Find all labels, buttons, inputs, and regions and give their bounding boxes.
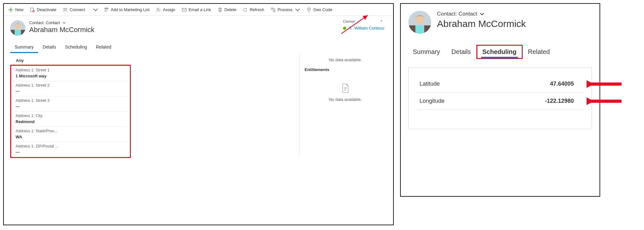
tab-list-right: Summary Details Scheduling Related (401, 45, 600, 59)
field-zip[interactable]: Address 1: ZIP/Postal ... --- (11, 142, 130, 157)
field-value: -122.12980 (545, 98, 574, 104)
tab-list-left: Summary Details Scheduling Related (4, 42, 393, 53)
entity-type-selector[interactable]: Contact: Contact (437, 11, 526, 17)
tab-related[interactable]: Related (522, 45, 556, 59)
field-street1[interactable]: Address 1: Street 1 1 Microsoft way (11, 66, 130, 81)
field-street3[interactable]: Address 1: Street 3 --- (11, 96, 130, 111)
presence-icon (343, 27, 346, 30)
svg-rect-12 (15, 30, 21, 36)
svg-point-8 (308, 9, 310, 10)
deactivate-button[interactable]: Deactivate (27, 4, 59, 16)
svg-rect-0 (30, 8, 33, 12)
field-state[interactable]: Address 1: State/Prov... WA (11, 127, 130, 142)
record-header-right: Contact: Contact Abraham McCormick (401, 4, 600, 36)
chevron-down-icon (480, 12, 484, 16)
field-value: --- (16, 150, 125, 154)
assign-icon (156, 7, 161, 12)
longitude-field[interactable]: Longitude -122.12980 (418, 93, 583, 110)
no-data-top: No data available. (305, 57, 386, 62)
connect-button[interactable]: Connect (59, 4, 88, 16)
record-name: Abraham McCormick (29, 26, 94, 34)
email-a-link-button[interactable]: Email a Link (178, 4, 214, 16)
process-icon (271, 7, 276, 12)
svg-rect-5 (182, 8, 186, 11)
field-value: --- (16, 104, 125, 109)
svg-point-16 (415, 15, 424, 24)
svg-rect-7 (273, 10, 275, 12)
field-label: Address 1: City (16, 114, 125, 118)
entity-type-selector[interactable]: Contact: Contact (29, 20, 94, 25)
refresh-button[interactable]: Refresh (239, 4, 267, 16)
svg-point-3 (65, 8, 67, 10)
divider (89, 7, 89, 13)
field-value: Redmond (16, 119, 125, 124)
svg-point-2 (64, 8, 65, 10)
field-label: Latitude (419, 81, 440, 87)
required-indicator: * (380, 19, 382, 24)
refresh-icon (243, 7, 248, 12)
field-label: Address 1: Street 1 (16, 68, 125, 72)
chevron-down-icon (93, 7, 98, 12)
main-column: Any Address 1: Street 1 1 Microsoft way … (4, 54, 299, 158)
right-panel: Contact: Contact Abraham McCormick Summa… (400, 3, 600, 197)
field-value: --- (16, 89, 125, 94)
command-bar: New Deactivate Connect Add to Marketing … (4, 4, 393, 16)
marketing-list-icon (104, 7, 109, 12)
scheduling-section: Latitude 47.64005 Longitude -122.12980 (408, 68, 592, 129)
connect-icon (63, 7, 68, 12)
owner-label: Owner (343, 19, 355, 24)
record-header: Contact: Contact Abraham McCormick Owner… (4, 16, 393, 38)
latitude-field[interactable]: Latitude 47.64005 (418, 76, 583, 93)
field-value: 1 Microsoft way (16, 74, 125, 78)
section-header-any: Any (10, 56, 299, 65)
field-label: Address 1: Street 2 (16, 83, 125, 88)
email-icon (182, 7, 187, 12)
svg-point-4 (157, 8, 159, 10)
no-data-entitlements: No data available. (305, 97, 386, 102)
geo-code-button[interactable]: Geo Code (303, 4, 335, 16)
side-column: No data available. Entitlements No data … (299, 54, 391, 158)
annotation-arrow (587, 97, 624, 105)
plus-icon (8, 7, 13, 12)
delete-button[interactable]: Delete (214, 4, 240, 16)
connect-more-button[interactable] (90, 4, 101, 16)
tab-scheduling[interactable]: Scheduling (61, 42, 91, 53)
field-value: WA (16, 135, 125, 139)
owner-lookup[interactable]: William Contoso (343, 26, 384, 30)
tab-details[interactable]: Details (38, 42, 61, 53)
chevron-down-icon (63, 21, 66, 24)
annotation-arrow (587, 80, 624, 88)
add-to-marketing-list-button[interactable]: Add to Marketing List (101, 4, 153, 16)
tab-summary[interactable]: Summary (10, 42, 38, 53)
field-label: Longitude (419, 98, 445, 104)
avatar[interactable] (10, 20, 25, 36)
tab-related[interactable]: Related (91, 42, 116, 53)
avatar-image (408, 11, 431, 34)
map-pin-icon (306, 7, 312, 12)
svg-rect-6 (271, 8, 273, 10)
new-button[interactable]: New (5, 4, 27, 16)
field-label: Address 1: ZIP/Postal ... (16, 144, 125, 148)
left-panel: New Deactivate Connect Add to Marketing … (3, 3, 394, 225)
field-city[interactable]: Address 1: City Redmond (11, 111, 130, 127)
record-name: Abraham McCormick (437, 18, 526, 29)
process-button[interactable]: Process (267, 4, 303, 16)
trash-icon (218, 7, 223, 12)
assign-button[interactable]: Assign (153, 4, 178, 16)
avatar-image (10, 20, 25, 36)
form-body: Any Address 1: Street 1 1 Microsoft way … (4, 54, 393, 158)
chevron-down-icon (295, 7, 300, 12)
avatar[interactable] (408, 11, 431, 34)
tab-scheduling[interactable]: Scheduling (477, 45, 522, 59)
field-street2[interactable]: Address 1: Street 2 --- (11, 81, 130, 96)
svg-rect-18 (592, 82, 621, 86)
entitlements-header: Entitlements (305, 66, 386, 75)
document-icon (341, 83, 350, 93)
tab-details[interactable]: Details (446, 45, 477, 59)
svg-point-11 (15, 23, 21, 29)
field-value: 47.64005 (550, 81, 574, 87)
owner-section: Owner * William Contoso (343, 19, 384, 30)
tab-summary[interactable]: Summary (407, 45, 446, 59)
address-card: Address 1: Street 1 1 Microsoft way Addr… (10, 65, 131, 158)
field-label: Address 1: Street 3 (16, 98, 125, 103)
